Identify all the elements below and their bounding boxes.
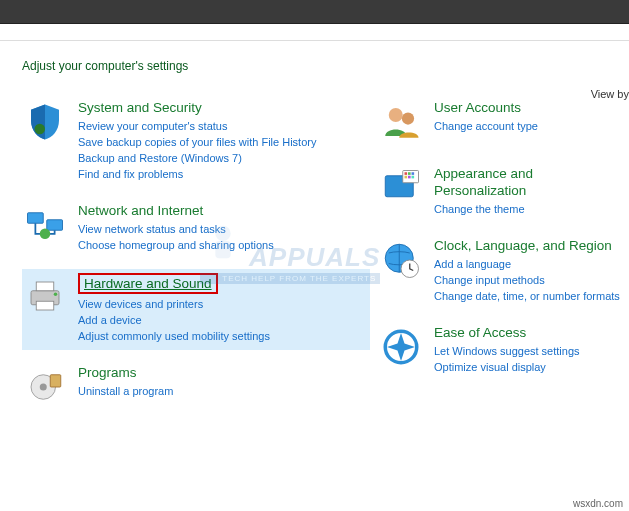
- category-programs: Programs Uninstall a program: [22, 360, 370, 416]
- svg-rect-20: [412, 176, 415, 179]
- category-system-security: System and Security Review your computer…: [22, 95, 370, 188]
- svg-point-0: [35, 124, 46, 135]
- sublink-network-status[interactable]: View network status and tasks: [78, 221, 274, 237]
- sublink-backup-restore[interactable]: Backup and Restore (Windows 7): [78, 150, 316, 166]
- svg-rect-19: [408, 176, 411, 179]
- svg-rect-18: [405, 176, 408, 179]
- sublink-find-fix[interactable]: Find and fix problems: [78, 166, 316, 182]
- category-network-internet: Network and Internet View network status…: [22, 198, 370, 259]
- sublink-input-methods[interactable]: Change input methods: [434, 272, 620, 288]
- category-title[interactable]: Programs: [78, 364, 173, 381]
- category-title[interactable]: Clock, Language, and Region: [434, 237, 620, 254]
- appearance-icon: [380, 165, 426, 217]
- window-titlebar: [0, 0, 629, 24]
- sublink-mobility[interactable]: Adjust commonly used mobility settings: [78, 328, 270, 344]
- category-user-accounts: User Accounts Change account type: [378, 95, 628, 151]
- globe-clock-icon: [380, 237, 426, 304]
- category-clock-language-region: Clock, Language, and Region Add a langua…: [378, 233, 628, 310]
- sublink-optimize-display[interactable]: Optimize visual display: [434, 359, 580, 375]
- svg-rect-5: [36, 282, 54, 291]
- svg-point-7: [54, 293, 58, 297]
- shield-icon: [24, 99, 70, 182]
- category-appearance: Appearance and Personalization Change th…: [378, 161, 628, 223]
- view-by-label[interactable]: View by: [591, 88, 629, 100]
- sublink-date-time-format[interactable]: Change date, time, or number formats: [434, 288, 620, 304]
- printer-icon: [24, 273, 70, 344]
- category-title[interactable]: User Accounts: [434, 99, 538, 116]
- sublink-suggest-settings[interactable]: Let Windows suggest settings: [434, 343, 580, 359]
- svg-point-11: [389, 108, 403, 122]
- programs-icon: [24, 364, 70, 410]
- source-label: wsxdn.com: [573, 498, 623, 509]
- network-icon: [24, 202, 70, 253]
- svg-rect-2: [47, 220, 63, 231]
- category-title[interactable]: Network and Internet: [78, 202, 274, 219]
- category-ease-of-access: Ease of Access Let Windows suggest setti…: [378, 320, 628, 381]
- sublink-add-device[interactable]: Add a device: [78, 312, 270, 328]
- svg-rect-6: [36, 301, 54, 310]
- users-icon: [380, 99, 426, 145]
- ease-of-access-icon: [380, 324, 426, 375]
- sublink-change-account[interactable]: Change account type: [434, 118, 538, 134]
- sublink-homegroup[interactable]: Choose homegroup and sharing options: [78, 237, 274, 253]
- svg-point-3: [40, 229, 51, 240]
- category-title-highlighted[interactable]: Hardware and Sound: [78, 273, 218, 294]
- svg-rect-10: [50, 375, 61, 387]
- svg-point-12: [402, 112, 414, 124]
- svg-rect-15: [405, 172, 408, 175]
- svg-rect-17: [412, 172, 415, 175]
- category-title[interactable]: Appearance and Personalization: [434, 165, 626, 199]
- sublink-review-status[interactable]: Review your computer's status: [78, 118, 316, 134]
- category-title[interactable]: Ease of Access: [434, 324, 580, 341]
- category-title[interactable]: System and Security: [78, 99, 316, 116]
- sublink-add-language[interactable]: Add a language: [434, 256, 620, 272]
- sublink-uninstall[interactable]: Uninstall a program: [78, 383, 173, 399]
- svg-rect-16: [408, 172, 411, 175]
- sublink-view-devices[interactable]: View devices and printers: [78, 296, 270, 312]
- sublink-change-theme[interactable]: Change the theme: [434, 201, 626, 217]
- svg-rect-1: [28, 213, 44, 224]
- page-title: Adjust your computer's settings: [22, 59, 629, 73]
- category-hardware-sound: Hardware and Sound View devices and prin…: [22, 269, 370, 350]
- svg-point-9: [40, 384, 47, 391]
- sublink-file-history[interactable]: Save backup copies of your files with Fi…: [78, 134, 316, 150]
